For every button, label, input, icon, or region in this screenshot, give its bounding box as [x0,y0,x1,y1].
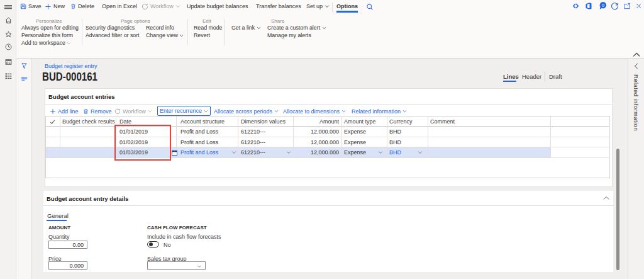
svg-text:0: 0 [602,3,604,8]
